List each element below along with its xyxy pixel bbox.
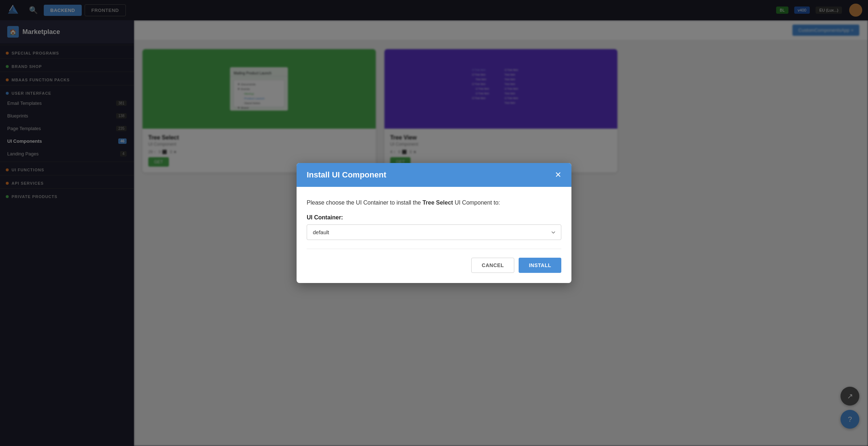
modal-divider	[307, 249, 561, 249]
modal-title: Install UI Component	[307, 170, 386, 180]
modal-footer: CANCEL INSTALL	[307, 258, 561, 273]
modal-overlay: Install UI Component ✕ Please choose the…	[0, 0, 868, 446]
modal-header: Install UI Component ✕	[297, 163, 571, 187]
modal-body: Please choose the UI Container to instal…	[297, 187, 571, 283]
container-select[interactable]: default	[307, 224, 561, 240]
component-name: Tree Select	[422, 200, 453, 206]
modal-close-button[interactable]: ✕	[555, 171, 561, 179]
install-modal: Install UI Component ✕ Please choose the…	[297, 163, 571, 283]
modal-description: Please choose the UI Container to instal…	[307, 198, 561, 207]
container-label: UI Container:	[307, 214, 561, 221]
description-suffix: UI Component to:	[453, 200, 500, 206]
description-prefix: Please choose the UI Container to instal…	[307, 200, 422, 206]
cancel-button[interactable]: CANCEL	[471, 258, 514, 273]
install-button[interactable]: INSTALL	[519, 258, 561, 273]
